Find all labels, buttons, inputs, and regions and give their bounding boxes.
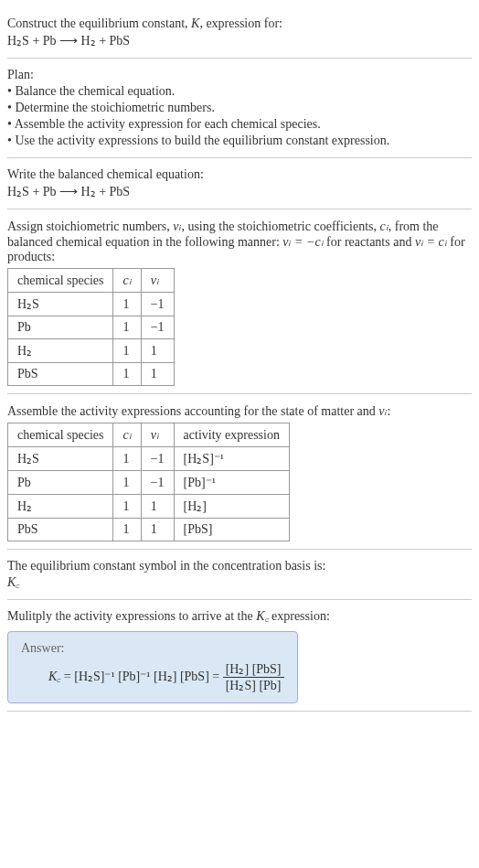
title-line: Construct the equilibrium constant, K, e… bbox=[7, 16, 472, 31]
table-header-row: chemical species cᵢ νᵢ activity expressi… bbox=[8, 423, 290, 447]
balanced-section: Write the balanced chemical equation: H₂… bbox=[7, 158, 472, 209]
table-header: νᵢ bbox=[141, 269, 174, 293]
multiply-text: Mulitply the activity expressions to arr… bbox=[7, 609, 472, 624]
plan-item: • Assemble the activity expression for e… bbox=[7, 117, 472, 132]
balanced-equation: H₂S + Pb ⟶ H₂ + PbS bbox=[7, 184, 472, 199]
table-row: H₂S 1 −1 bbox=[8, 293, 175, 316]
title-prefix: Construct the equilibrium constant, bbox=[7, 16, 191, 30]
symbol-kc: K꜀ bbox=[7, 575, 472, 590]
table-header: cᵢ bbox=[113, 423, 141, 447]
title-suffix: , expression for: bbox=[199, 16, 282, 30]
fraction: [H₂] [PbS][H₂S] [Pb] bbox=[223, 661, 284, 693]
stoich-table: chemical species cᵢ νᵢ H₂S 1 −1 Pb 1 −1 … bbox=[7, 268, 175, 386]
table-header: chemical species bbox=[8, 423, 113, 447]
table-row: H₂ 1 1 [H₂] bbox=[8, 495, 290, 519]
table-header: activity expression bbox=[174, 423, 289, 447]
fraction-num: [H₂] [PbS] bbox=[223, 661, 284, 678]
table-row: PbS 1 1 bbox=[8, 363, 175, 386]
answer-box: Answer: K꜀ = [H₂S]⁻¹ [Pb]⁻¹ [H₂] [PbS] =… bbox=[7, 631, 298, 703]
plan-section: Plan: • Balance the chemical equation. •… bbox=[7, 59, 472, 158]
table-row: PbS 1 1 [PbS] bbox=[8, 519, 290, 541]
symbol-section: The equilibrium constant symbol in the c… bbox=[7, 550, 472, 600]
balanced-header: Write the balanced chemical equation: bbox=[7, 167, 472, 182]
multiply-section: Mulitply the activity expressions to arr… bbox=[7, 600, 472, 712]
table-row: H₂S 1 −1 [H₂S]⁻¹ bbox=[8, 447, 290, 471]
symbol-text: The equilibrium constant symbol in the c… bbox=[7, 559, 472, 573]
table-header: νᵢ bbox=[141, 423, 174, 447]
plan-item: • Balance the chemical equation. bbox=[7, 84, 472, 99]
answer-expression: K꜀ = [H₂S]⁻¹ [Pb]⁻¹ [H₂] [PbS] = [H₂] [P… bbox=[48, 661, 284, 693]
lhs: = [H₂S]⁻¹ [Pb]⁻¹ [H₂] [PbS] = bbox=[60, 670, 222, 683]
title-equation: H₂S + Pb ⟶ H₂ + PbS bbox=[7, 33, 472, 48]
fraction-den: [H₂S] [Pb] bbox=[223, 678, 284, 693]
table-header-row: chemical species cᵢ νᵢ bbox=[8, 269, 175, 293]
table-header: chemical species bbox=[8, 269, 113, 293]
kc-var: K꜀ bbox=[48, 670, 60, 683]
table-header: cᵢ bbox=[113, 269, 141, 293]
plan-item: • Use the activity expressions to build … bbox=[7, 134, 472, 148]
stoich-section: Assign stoichiometric numbers, νᵢ, using… bbox=[7, 209, 472, 394]
activity-header: Assemble the activity expressions accoun… bbox=[7, 403, 472, 419]
table-row: Pb 1 −1 bbox=[8, 316, 175, 339]
table-row: Pb 1 −1 [Pb]⁻¹ bbox=[8, 471, 290, 495]
plan-header: Plan: bbox=[7, 68, 472, 82]
title-var: K bbox=[191, 16, 199, 30]
stoich-text: Assign stoichiometric numbers, νᵢ, using… bbox=[7, 219, 472, 264]
title-section: Construct the equilibrium constant, K, e… bbox=[7, 7, 472, 59]
activity-table: chemical species cᵢ νᵢ activity expressi… bbox=[7, 423, 290, 541]
answer-label: Answer: bbox=[21, 641, 284, 656]
plan-item: • Determine the stoichiometric numbers. bbox=[7, 101, 472, 115]
activity-section: Assemble the activity expressions accoun… bbox=[7, 394, 472, 550]
table-row: H₂ 1 1 bbox=[8, 339, 175, 363]
